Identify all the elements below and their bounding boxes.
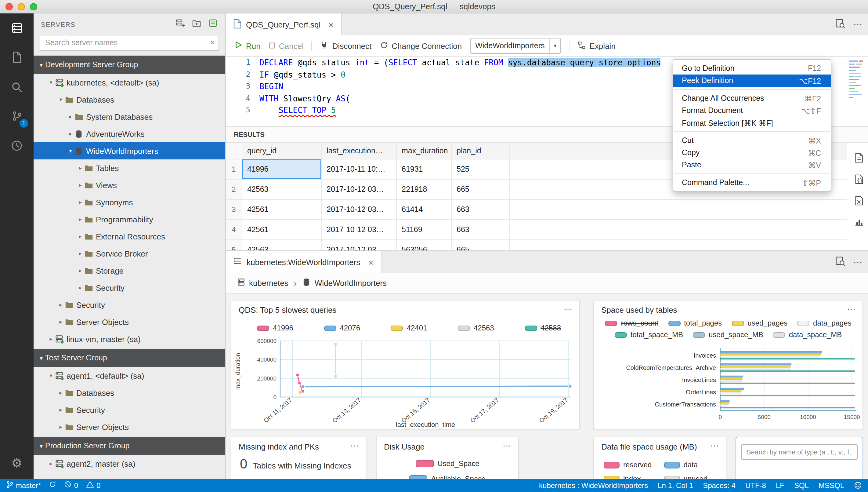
legend-item-41996[interactable]: 41996 bbox=[257, 324, 293, 332]
expand-arrow-icon[interactable]: ▸ bbox=[47, 336, 55, 342]
expand-arrow-icon[interactable]: ▾ bbox=[47, 79, 55, 85]
expand-arrow-icon[interactable]: ▾ bbox=[57, 97, 65, 103]
run-button[interactable]: Run bbox=[234, 41, 261, 51]
expand-arrow-icon[interactable]: ▸ bbox=[76, 250, 84, 256]
result-cell[interactable]: 61931 bbox=[397, 159, 452, 179]
tree-item-databases[interactable]: ▸Databases bbox=[33, 384, 225, 401]
change-connection-button[interactable]: Change Connection bbox=[379, 41, 462, 51]
expand-arrow-icon[interactable]: ▸ bbox=[76, 233, 84, 240]
explain-button[interactable]: Explain bbox=[577, 41, 615, 51]
tree-item-databases[interactable]: ▾Databases bbox=[33, 91, 225, 108]
menu-item-command-palette[interactable]: Command Palette...⇧⌘P bbox=[673, 176, 831, 189]
row-number[interactable]: 3 bbox=[226, 200, 242, 219]
close-tab-icon[interactable]: × bbox=[328, 19, 334, 30]
result-cell[interactable]: 2017-10-12 03… bbox=[322, 240, 397, 250]
menu-item-change-all-occurrences[interactable]: Change All Occurrences⌘F2 bbox=[673, 92, 831, 104]
result-cell[interactable]: 2017-10-12 03… bbox=[322, 200, 397, 219]
status-git-branch[interactable]: master* bbox=[6, 481, 41, 490]
settings-gear-icon[interactable]: ⚙ bbox=[0, 451, 33, 475]
tree-item-external-resources[interactable]: ▸External Resources bbox=[33, 228, 225, 245]
add-connection-icon[interactable] bbox=[175, 18, 185, 30]
legend-item-42583[interactable]: 42583 bbox=[525, 324, 561, 332]
disconnect-button[interactable]: Disconnect bbox=[320, 41, 372, 51]
editor-tab[interactable]: QDS_Query_Perf.sql × bbox=[226, 14, 342, 35]
server-search-input[interactable] bbox=[40, 35, 219, 51]
expand-arrow-icon[interactable]: ▸ bbox=[57, 302, 65, 308]
result-cell[interactable]: 2017-10-12 03… bbox=[322, 179, 397, 199]
result-row[interactable]: 3425612017-10-12 03…61414663 bbox=[226, 200, 847, 220]
status-kubernetes-wideworldimporters[interactable]: kubernetes : WideWorldImporters bbox=[539, 481, 648, 490]
result-cell[interactable]: 42561 bbox=[242, 220, 322, 240]
menu-item-paste[interactable]: Paste⌘V bbox=[673, 159, 831, 171]
expand-arrow-icon[interactable]: ▸ bbox=[47, 461, 55, 467]
tree-item-security[interactable]: ▸Security bbox=[33, 401, 225, 418]
tree-item-synonyms[interactable]: ▸Synonyms bbox=[33, 194, 225, 211]
menu-item-cut[interactable]: Cut⌘X bbox=[673, 134, 831, 147]
expand-arrow-icon[interactable]: ▾ bbox=[37, 354, 45, 361]
legend-item-total-space-mb[interactable]: total_space_MB bbox=[615, 330, 683, 339]
breadcrumb-database[interactable]: WideWorldImporters bbox=[303, 278, 387, 288]
tree-item-tables[interactable]: ▸Tables bbox=[33, 159, 225, 176]
result-row[interactable]: 4425612017-10-12 03…51169663 bbox=[226, 220, 847, 240]
menu-item-format-selection-k-f[interactable]: Format Selection [⌘K ⌘F] bbox=[673, 117, 831, 129]
tree-item-adventureworks[interactable]: ▸AdventureWorks bbox=[33, 125, 225, 142]
status-lf[interactable]: LF bbox=[776, 481, 784, 490]
tree-item-security[interactable]: ▸Security bbox=[33, 296, 225, 313]
tree-item-security[interactable]: ▸Security bbox=[33, 279, 225, 296]
explorer-icon[interactable] bbox=[0, 43, 33, 72]
status-error[interactable]: 0 bbox=[64, 481, 78, 490]
row-number[interactable]: 5 bbox=[226, 240, 242, 250]
server-group-header-development-server-group[interactable]: ▾Development Server Group bbox=[33, 55, 225, 74]
expand-arrow-icon[interactable]: ▸ bbox=[57, 390, 65, 396]
tree-item-agent2-master-sa[interactable]: ▸agent2, master (sa) bbox=[33, 455, 225, 472]
connections-icon[interactable] bbox=[0, 14, 33, 43]
legend-item-42563[interactable]: 42563 bbox=[458, 324, 494, 332]
legend-item-index[interactable]: index bbox=[604, 474, 652, 479]
menu-item-format-document[interactable]: Format Document⌥⇧F bbox=[673, 104, 831, 117]
column-header-max-duration[interactable]: max_duration bbox=[397, 143, 452, 159]
expand-arrow-icon[interactable]: ▾ bbox=[37, 62, 45, 68]
server-group-header-test-server-group[interactable]: ▾Test Server Group bbox=[33, 349, 225, 367]
expand-arrow-icon[interactable]: ▸ bbox=[57, 319, 65, 325]
object-search-input[interactable] bbox=[741, 444, 858, 460]
insight-row[interactable]: 0Tables with Missing Indexes bbox=[240, 456, 366, 472]
legend-item-reserved[interactable]: reserved bbox=[604, 461, 652, 469]
menu-item-copy[interactable]: Copy⌘C bbox=[673, 147, 831, 159]
tree-item-kubernetes-default-sa[interactable]: ▾kubernetes, <default> (sa) bbox=[33, 74, 225, 91]
source-control-icon[interactable]: 1 bbox=[0, 101, 33, 131]
result-cell[interactable]: 665 bbox=[452, 179, 510, 199]
save-excel-icon[interactable] bbox=[854, 195, 864, 208]
expand-arrow-icon[interactable]: ▸ bbox=[57, 407, 65, 413]
legend-item-used-space[interactable]: Used_Space bbox=[415, 459, 479, 468]
legend-item-data-space-mb[interactable]: data_space_MB bbox=[773, 330, 842, 339]
result-cell[interactable]: 221918 bbox=[397, 179, 452, 199]
legend-item-42076[interactable]: 42076 bbox=[324, 324, 360, 332]
more-actions-icon[interactable]: ⋯ bbox=[853, 256, 863, 268]
close-tab-icon[interactable]: × bbox=[368, 257, 374, 267]
menu-item-peek-definition[interactable]: Peek Definition⌥F12 bbox=[673, 75, 831, 87]
expand-arrow-icon[interactable]: ▸ bbox=[57, 424, 65, 430]
legend-item-42401[interactable]: 42401 bbox=[391, 324, 427, 332]
result-cell[interactable]: 563056 bbox=[397, 240, 452, 250]
more-actions-icon[interactable]: ⋯ bbox=[853, 19, 863, 30]
feedback-smiley-icon[interactable] bbox=[854, 482, 862, 490]
status-warning[interactable]: 0 bbox=[86, 481, 100, 490]
dashboard-tab[interactable]: kubernetes:WideWorldImporters × bbox=[226, 251, 382, 273]
result-cell[interactable]: 42563 bbox=[242, 240, 322, 250]
tree-item-programmability[interactable]: ▸Programmability bbox=[33, 211, 225, 228]
status-sql[interactable]: SQL bbox=[794, 481, 809, 490]
status-mssql[interactable]: MSSQL bbox=[819, 481, 844, 490]
expand-arrow-icon[interactable]: ▾ bbox=[37, 443, 45, 449]
save-json-icon[interactable]: {} bbox=[854, 174, 864, 187]
active-connections-icon[interactable] bbox=[208, 18, 218, 30]
expand-arrow-icon[interactable]: ▸ bbox=[76, 285, 84, 291]
result-cell[interactable]: 61414 bbox=[397, 200, 452, 219]
search-icon[interactable] bbox=[0, 72, 33, 101]
legend-item-used-space-mb[interactable]: used_space_MB bbox=[693, 330, 763, 339]
clear-search-icon[interactable]: × bbox=[210, 37, 215, 47]
open-preview-icon[interactable] bbox=[835, 255, 845, 268]
expand-arrow-icon[interactable]: ▸ bbox=[76, 182, 84, 188]
result-cell[interactable]: 2017-10-11 10:… bbox=[322, 159, 397, 179]
result-cell[interactable]: 42563 bbox=[242, 179, 322, 199]
legend-item-total-pages[interactable]: total_pages bbox=[668, 319, 722, 327]
